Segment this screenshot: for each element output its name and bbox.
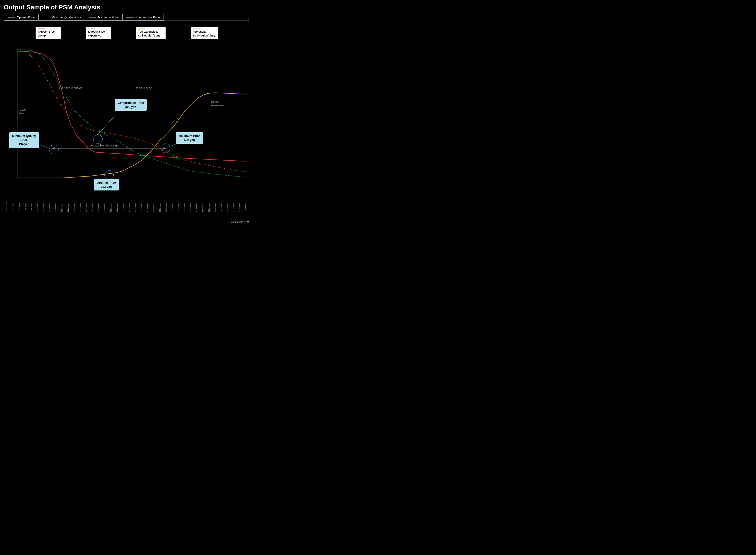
callout-minimum: Minimum QualityPrice194 yen — [9, 132, 39, 148]
legend-line-maximum — [89, 17, 96, 17]
callout-maximum: Maximum Price492 yen — [176, 132, 203, 144]
x-label-16: 330or more — [102, 198, 108, 216]
legend-teal-label: It doesn't feelexpensive — [88, 30, 108, 38]
x-label-15: 310or more — [96, 198, 102, 216]
legend-label-optimal: Optimal Price — [17, 15, 35, 19]
legend-orange: Too cheap,so I wouldn't buy — [191, 27, 218, 39]
legend-red: It doesn't feelcheap — [36, 27, 61, 39]
x-label-14: 290or more — [89, 198, 96, 216]
legend-item-maximum: Maximum Price — [85, 14, 123, 20]
x-label-24: 490or more — [151, 198, 157, 216]
x-label-20: 410or more — [126, 198, 133, 216]
legend-label-minimum: Minimum Quality Price — [51, 15, 81, 19]
x-label-39: 790or more — [242, 198, 249, 216]
legend-yellow: Too expensive,so I wouldn't buy — [136, 27, 166, 39]
x-label-11: 230or more — [71, 198, 77, 216]
svg-text:It is not cheap: It is not cheap — [134, 86, 152, 90]
legend-orange-label: Too cheap,so I wouldn't buy — [193, 30, 216, 38]
x-label-29: 590or more — [181, 198, 187, 216]
x-label-17: 350or more — [108, 198, 114, 216]
svg-rect-0 — [4, 44, 249, 195]
x-label-33: 670or more — [206, 198, 212, 216]
legend-red-label: It doesn't feelcheap — [38, 30, 58, 38]
bottom-note: Overall n= 449 — [4, 220, 249, 223]
svg-text:It is not expensive: It is not expensive — [58, 86, 82, 90]
svg-text:It's too: It's too — [18, 108, 26, 111]
legend-bar: Optimal Price Minimum Quality Price Maxi… — [4, 14, 249, 21]
x-label-23: 470or more — [145, 198, 151, 216]
x-label-6: 130or more — [40, 198, 47, 216]
legend-line-compromise — [126, 17, 134, 17]
legend-line-minimum — [42, 17, 50, 17]
x-label-38: 770or more — [236, 198, 242, 216]
svg-text:cheap: cheap — [18, 112, 25, 115]
x-label-9: 190or more — [59, 198, 65, 216]
x-label-32: 650or more — [200, 198, 206, 216]
x-label-10: 210or more — [65, 198, 71, 216]
x-label-21: 430or more — [132, 198, 138, 216]
x-label-8: 170or more — [53, 198, 59, 216]
x-label-5: 110or more — [34, 198, 40, 216]
page-title: Output Sample of PSM Analysis — [4, 4, 249, 11]
chart-area: It is not expensive It is not cheap It's… — [4, 42, 249, 197]
x-label-37: 750or more — [230, 198, 236, 216]
callout-compromise-text: Compromise Price300 yen — [118, 101, 144, 109]
x-label-25: 510or more — [157, 198, 163, 216]
callout-minimum-text: Minimum QualityPrice194 yen — [12, 134, 36, 146]
callout-optimal: Optimal Price293 yen — [94, 179, 119, 190]
x-label-35: 710or more — [218, 198, 224, 216]
x-label-13: 270or more — [83, 198, 89, 216]
x-label-31: 630or more — [194, 198, 200, 216]
legend-line-optimal — [8, 17, 15, 17]
legend-item-optimal: Optimal Price — [4, 14, 39, 20]
callout-optimal-text: Optimal Price293 yen — [97, 181, 116, 188]
x-label-28: 570or more — [175, 198, 182, 216]
x-label-7: 150or more — [47, 198, 53, 216]
x-label-4: 90or more — [28, 198, 35, 216]
x-label-1: 30or more — [10, 198, 16, 216]
callout-maximum-text: Maximum Price492 yen — [179, 134, 200, 142]
legend-label-compromise: Compromise Price — [135, 15, 160, 19]
x-label-12: 250or more — [77, 198, 84, 216]
x-label-36: 730or more — [224, 198, 231, 216]
svg-text:Acceptable price range: Acceptable price range — [90, 144, 118, 147]
x-axis-labels: Less than20 30or more 50or more 70or mor… — [4, 198, 249, 219]
x-label-34: 690or more — [212, 198, 218, 216]
callout-compromise: Compromise Price300 yen — [115, 99, 147, 111]
x-label-19: 390or more — [120, 198, 126, 216]
x-label-27: 550or more — [169, 198, 175, 216]
legend-item-minimum: Minimum Quality Price — [39, 14, 85, 20]
legend-teal: It doesn't feelexpensive — [86, 27, 111, 39]
legend-yellow-label: Too expensive,so I wouldn't buy — [138, 30, 163, 38]
x-label-18: 370or more — [114, 198, 120, 216]
svg-text:expensive: expensive — [211, 104, 223, 107]
x-label-30: 610or more — [187, 198, 194, 216]
x-label-26: 530or more — [163, 198, 169, 216]
svg-text:It's too: It's too — [211, 100, 219, 103]
x-label-22: 450or more — [138, 198, 145, 216]
legend-label-maximum: Maximum Price — [98, 15, 119, 19]
legend-item-compromise: Compromise Price — [123, 14, 164, 20]
x-label-3: 70or more — [22, 198, 28, 216]
x-label-0: Less than20 — [4, 198, 10, 216]
x-label-2: 50or more — [16, 198, 22, 216]
